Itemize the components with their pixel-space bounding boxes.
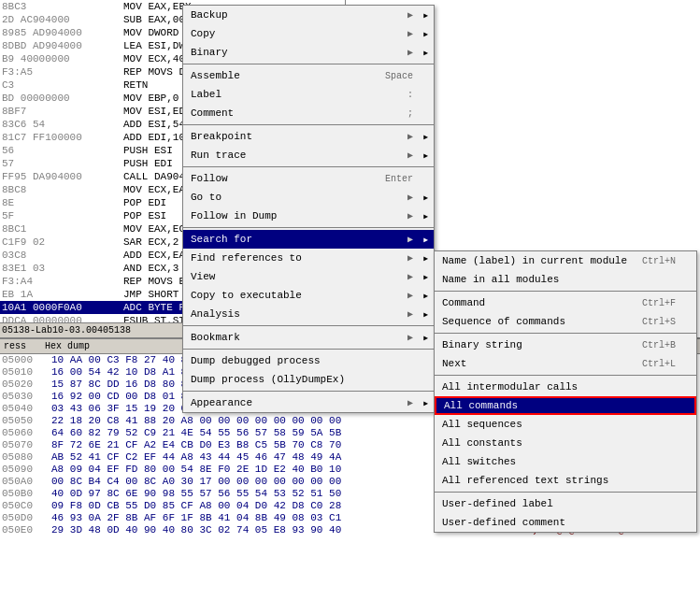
ctx-item-binary[interactable]: Binary▶ bbox=[183, 43, 434, 62]
sub-sep-4 bbox=[435, 492, 696, 493]
ctx-sep-7 bbox=[183, 391, 434, 392]
submenu-item-all-text-strings[interactable]: All referenced text strings bbox=[435, 471, 696, 490]
submenu-item-all-constants[interactable]: All constants bbox=[435, 434, 696, 452]
submenu-item-all-commands[interactable]: All commands bbox=[435, 396, 696, 415]
submenu-item-binary-string[interactable]: Binary string Ctrl+B bbox=[435, 336, 696, 354]
sub-sep-1 bbox=[435, 291, 696, 292]
ctx-item-backup[interactable]: Backup▶ bbox=[183, 6, 434, 24]
ctx-sep-5 bbox=[183, 325, 434, 326]
ctx-sep-2 bbox=[183, 124, 434, 125]
submenu-item-user-label[interactable]: User-defined label bbox=[435, 494, 696, 513]
submenu-item-name-all[interactable]: Name in all modules bbox=[435, 270, 696, 289]
ctx-sep-6 bbox=[183, 349, 434, 350]
submenu-item-next[interactable]: Next Ctrl+L bbox=[435, 354, 696, 373]
ctx-item-copy[interactable]: Copy▶ bbox=[183, 24, 434, 43]
hex-col-dump: Hex dump bbox=[45, 339, 90, 353]
ctx-item-find-refs[interactable]: Find references to▶ bbox=[183, 249, 434, 267]
submenu-item-user-comment[interactable]: User-defined comment bbox=[435, 513, 696, 532]
ctx-sep-3 bbox=[183, 166, 434, 167]
ctx-item-analysis[interactable]: Analysis▶ bbox=[183, 305, 434, 323]
ctx-item-run-trace[interactable]: Run trace▶ bbox=[183, 146, 434, 164]
ctx-item-follow-dump[interactable]: Follow in Dump▶ bbox=[183, 207, 434, 225]
submenu-item-all-sequences[interactable]: All sequences bbox=[435, 415, 696, 434]
submenu-item-all-intermodular[interactable]: All intermodular calls bbox=[435, 378, 696, 396]
status-text: 05138-Lab10-03.00405138 bbox=[2, 325, 131, 336]
submenu-item-all-switches[interactable]: All switches bbox=[435, 452, 696, 471]
ctx-sep-4 bbox=[183, 227, 434, 228]
ctx-item-assemble[interactable]: AssembleSpace bbox=[183, 66, 434, 85]
ctx-sep-1 bbox=[183, 64, 434, 64]
submenu-item-name-label[interactable]: Name (label) in current module Ctrl+N bbox=[435, 251, 696, 270]
sub-sep-2 bbox=[435, 333, 696, 334]
ctx-item-goto[interactable]: Go to▶ bbox=[183, 188, 434, 207]
hex-col-addr: ress bbox=[4, 339, 26, 353]
ctx-item-view[interactable]: View▶ bbox=[183, 267, 434, 286]
ctx-item-follow[interactable]: FollowEnter bbox=[183, 169, 434, 188]
sub-sep-3 bbox=[435, 375, 696, 376]
submenu-item-sequence[interactable]: Sequence of commands Ctrl+S bbox=[435, 312, 696, 331]
ctx-item-dump-debugged[interactable]: Dump debugged process bbox=[183, 351, 434, 370]
ctx-item-dump-ollydumpex[interactable]: Dump process (OllyDumpEx) bbox=[183, 370, 434, 389]
ctx-item-search-for[interactable]: Search for▶ bbox=[183, 230, 434, 249]
submenu-item-command[interactable]: Command Ctrl+F bbox=[435, 293, 696, 312]
ctx-item-label[interactable]: Label: bbox=[183, 85, 434, 104]
ctx-item-bookmark[interactable]: Bookmark▶ bbox=[183, 328, 434, 347]
context-menu: Backup▶ Copy▶ Binary▶ AssembleSpace Labe… bbox=[182, 5, 435, 413]
submenu-search-for: Name (label) in current module Ctrl+N Na… bbox=[434, 250, 697, 533]
ctx-item-breakpoint[interactable]: Breakpoint▶ bbox=[183, 127, 434, 146]
ctx-item-appearance[interactable]: Appearance▶ bbox=[183, 393, 434, 412]
ctx-item-copy-exec[interactable]: Copy to executable▶ bbox=[183, 286, 434, 305]
ctx-item-comment[interactable]: Comment; bbox=[183, 104, 434, 122]
